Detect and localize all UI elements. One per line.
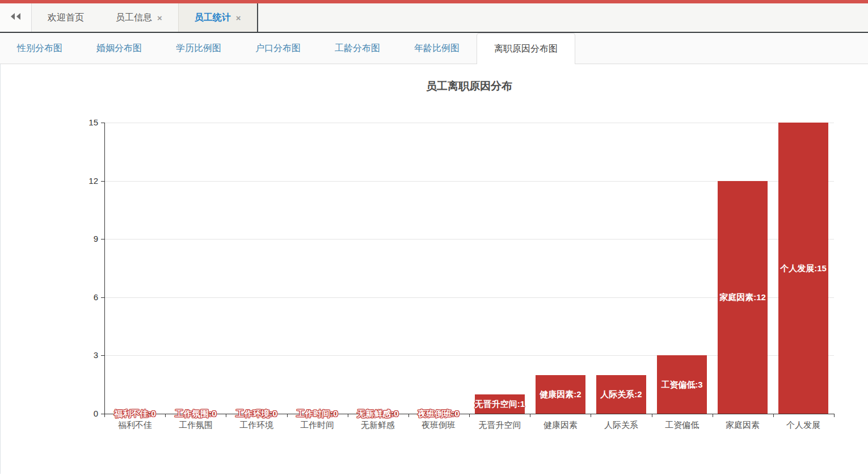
chart-tab-工龄分布图[interactable]: 工龄分布图 xyxy=(318,33,397,64)
y-axis-label: 15 xyxy=(79,117,98,127)
window-tab-label: 员工信息 xyxy=(116,12,152,24)
y-axis-label: 0 xyxy=(79,409,98,418)
gridline-15 xyxy=(104,123,834,123)
tabs-scroll-left-button[interactable] xyxy=(0,3,32,32)
x-axis-category-label: 工作氛围 xyxy=(179,420,213,431)
bar-value-label: 工作时间:0 xyxy=(296,409,338,419)
bar-value-label: 个人发展:15 xyxy=(780,263,827,274)
bar-value-label: 工作氛围:0 xyxy=(175,409,216,419)
y-axis-label: 12 xyxy=(79,176,98,186)
chart-tab-性别分布图[interactable]: 性别分布图 xyxy=(0,33,79,64)
window-tab-label: 欢迎首页 xyxy=(48,12,84,24)
chart-tab-离职原因分布图[interactable]: 离职原因分布图 xyxy=(477,33,575,64)
x-tick xyxy=(773,414,774,417)
x-axis-category-label: 健康因素 xyxy=(543,420,578,431)
x-tick xyxy=(834,414,835,417)
x-axis-category-label: 家庭因素 xyxy=(726,420,760,431)
bar-value-label: 人际关系:2 xyxy=(600,389,642,400)
chart-panel: 员工离职原因分布 03691215福利不佳:0福利不佳工作氛围:0工作氛围工作环… xyxy=(0,64,868,474)
chart-tab-学历比例图[interactable]: 学历比例图 xyxy=(159,33,238,64)
x-axis-category-label: 福利不佳 xyxy=(118,420,152,431)
y-axis-label: 3 xyxy=(79,350,98,360)
x-tick xyxy=(591,414,591,417)
x-tick xyxy=(713,414,713,417)
double-left-chevron-icon xyxy=(10,12,22,23)
x-tick xyxy=(165,414,166,417)
x-tick xyxy=(652,414,652,417)
x-tick xyxy=(530,414,530,417)
window-tab-员工统计[interactable]: 员工统计× xyxy=(178,3,258,32)
close-icon[interactable]: × xyxy=(157,13,162,23)
x-axis-category-label: 无新鲜感 xyxy=(361,420,395,431)
x-tick xyxy=(287,414,288,417)
x-tick xyxy=(348,414,348,417)
chart-title: 员工离职原因分布 xyxy=(104,79,834,94)
x-tick xyxy=(469,414,470,417)
x-axis-category-label: 人际关系 xyxy=(604,420,638,431)
x-tick xyxy=(408,414,409,417)
window-tab-label: 员工统计 xyxy=(195,12,231,24)
bar-value-label: 工资偏低:3 xyxy=(661,380,702,390)
y-axis-line xyxy=(104,123,105,414)
chart-type-tab-bar: 性别分布图婚姻分布图学历比例图户口分布图工龄分布图年龄比例图离职原因分布图 xyxy=(0,33,868,64)
window-tab-欢迎首页[interactable]: 欢迎首页 xyxy=(32,3,100,32)
bar-value-label: 福利不佳:0 xyxy=(114,409,155,419)
x-axis-category-label: 工作时间 xyxy=(300,420,334,431)
y-axis-label: 9 xyxy=(79,234,98,243)
bar-value-label: 健康因素:2 xyxy=(540,389,581,400)
x-tick xyxy=(104,414,105,417)
x-axis-category-label: 个人发展 xyxy=(786,420,820,431)
x-axis-category-label: 无晋升空间 xyxy=(479,420,521,431)
x-axis-category-label: 工作环境 xyxy=(239,420,273,431)
bar-value-label: 工作环境:0 xyxy=(235,409,277,419)
chart-tab-婚姻分布图[interactable]: 婚姻分布图 xyxy=(79,33,159,64)
chart-tab-户口分布图[interactable]: 户口分布图 xyxy=(238,33,318,64)
chart-tab-年龄比例图[interactable]: 年龄比例图 xyxy=(397,33,477,64)
bar-value-label: 无晋升空间:1 xyxy=(475,399,525,410)
x-axis-category-label: 夜班倒班 xyxy=(422,420,456,431)
bar-value-label: 无新鲜感:0 xyxy=(357,409,398,419)
y-axis-label: 6 xyxy=(79,292,98,302)
x-tick xyxy=(226,414,226,417)
x-axis-category-label: 工资偏低 xyxy=(665,420,699,431)
bar-value-label: 夜班倒班:0 xyxy=(418,409,459,419)
bar-value-label: 家庭因素:12 xyxy=(719,292,766,303)
window-tab-bar: 欢迎首页员工信息×员工统计× xyxy=(0,3,868,33)
close-icon[interactable]: × xyxy=(236,13,241,23)
window-tab-员工信息[interactable]: 员工信息× xyxy=(100,3,178,32)
